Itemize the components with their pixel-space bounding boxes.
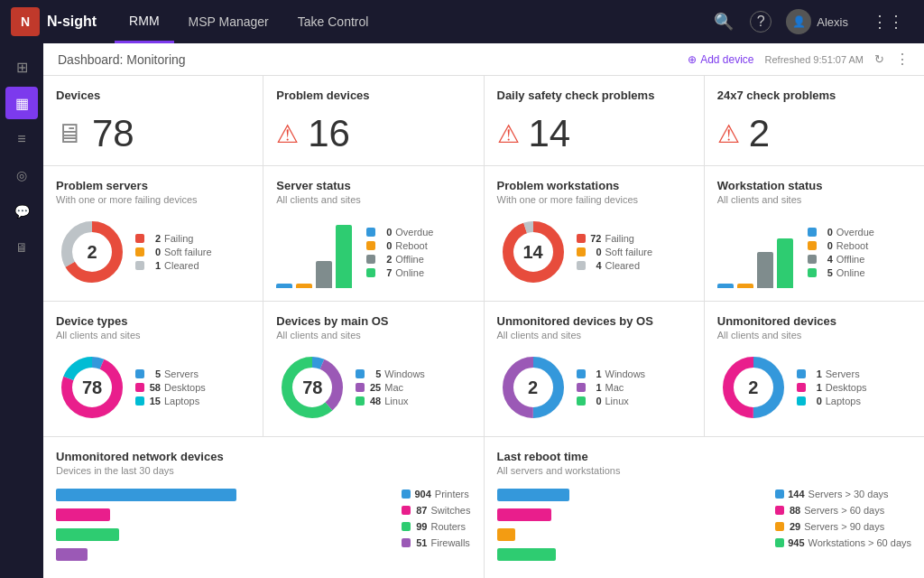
- daily-safety-value: 14: [529, 115, 571, 153]
- main-content: Dashboard: Monitoring ⊕ Add device Refre…: [43, 43, 924, 578]
- legend-color: [402, 538, 411, 547]
- problem-devices-card: Problem devices ⚠ 16: [263, 76, 483, 165]
- alert-icon-problem: ⚠: [276, 119, 299, 149]
- legend-count: 0: [148, 247, 161, 257]
- sidebar-item-dashboard[interactable]: ▦: [5, 87, 38, 119]
- legend-item: 904 Printers: [402, 489, 470, 499]
- legend-count: 1: [809, 382, 822, 393]
- legend-count: 87: [414, 505, 427, 516]
- legend-label: Desktops: [164, 382, 206, 393]
- legend-count: 5: [148, 368, 161, 379]
- legend-color: [135, 396, 144, 406]
- bar-col: [316, 261, 332, 288]
- sidebar-item-monitor[interactable]: 🖥: [5, 231, 38, 264]
- devices-card: Devices 🖥 78: [43, 76, 263, 165]
- legend-count: 25: [368, 382, 381, 393]
- legend-color: [366, 228, 375, 237]
- devices-icon: 🖥: [56, 118, 83, 149]
- legend-color: [135, 234, 144, 243]
- bar-row: [497, 528, 765, 545]
- last-reboot-chart-area: 144 Servers > 30 days 88 Servers > 60 da…: [497, 489, 912, 568]
- sidebar-item-network[interactable]: ◎: [5, 159, 38, 191]
- legend-label: Soft failure: [164, 247, 212, 257]
- legend-count: 0: [379, 240, 392, 251]
- sidebar-item-chat[interactable]: 💬: [5, 195, 38, 228]
- unmonitored-network-title: Unmonitored network devices: [56, 450, 471, 463]
- avatar: 👤: [786, 9, 811, 34]
- legend-color: [577, 396, 586, 406]
- device-types-legend: 5 Servers 58 Desktops 15 Laptops: [135, 368, 250, 406]
- legend-label: Desktops: [826, 382, 867, 393]
- unmonitored-devices-subtitle: All clients and sites: [717, 330, 911, 340]
- device-types-card: Device types All clients and sites: [43, 302, 263, 436]
- legend-count: 2: [148, 233, 161, 244]
- nav-link-rmm[interactable]: RMM: [115, 0, 173, 43]
- legend-color: [356, 383, 365, 392]
- refresh-icon[interactable]: ↻: [874, 52, 884, 66]
- legend-count: 0: [379, 227, 392, 238]
- unmonitored-devices-legend: 1 Servers 1 Desktops 0 Laptops: [797, 368, 911, 406]
- help-icon[interactable]: ?: [750, 11, 772, 33]
- add-device-button[interactable]: ⊕ Add device: [688, 53, 753, 66]
- legend-item: 1 Windows: [577, 368, 691, 379]
- nav-link-takecontrol[interactable]: Take Control: [283, 0, 383, 43]
- legend-item: 5 Windows: [356, 368, 470, 379]
- bar-col: [717, 284, 734, 288]
- grid-icon[interactable]: ⋮⋮: [863, 12, 913, 32]
- dashboard-actions: ⊕ Add device Refreshed 9:51:07 AM ↻ ⋮: [688, 51, 910, 68]
- legend-color: [775, 522, 784, 531]
- legend-count: 15: [148, 396, 161, 406]
- last-reboot-legend: 144 Servers > 30 days 88 Servers > 60 da…: [775, 489, 911, 568]
- legend-count: 4: [820, 254, 833, 265]
- more-options-icon[interactable]: ⋮: [895, 51, 910, 68]
- problem-servers-center: 2: [87, 242, 97, 263]
- legend-color: [356, 396, 365, 406]
- user-menu[interactable]: 👤 Alexis: [779, 9, 855, 34]
- legend-item: 25 Mac: [356, 382, 470, 393]
- unmonitored-by-os-center: 2: [528, 378, 538, 398]
- bar-online: [777, 238, 793, 288]
- legend-label: Servers > 90 days: [804, 521, 884, 532]
- legend-color: [366, 241, 375, 250]
- server-status-card: Server status All clients and sites: [263, 166, 483, 301]
- bar-firewalls: [56, 548, 88, 561]
- legend-item: 1 Desktops: [797, 382, 911, 393]
- legend-count: 0: [589, 396, 602, 406]
- nav-link-msp[interactable]: MSP Manager: [174, 0, 283, 43]
- bar-col: [336, 225, 352, 288]
- bar-routers: [56, 528, 119, 541]
- legend-color: [366, 268, 375, 277]
- unmonitored-by-os-legend: 1 Windows 1 Mac 0 Linux: [577, 368, 691, 406]
- legend-item: 0 Linux: [577, 396, 691, 406]
- search-icon[interactable]: 🔍: [705, 12, 743, 32]
- unmonitored-devices-title: Unmonitored devices: [717, 314, 911, 328]
- legend-label: Linux: [605, 396, 629, 406]
- legend-item: 4 Offline: [808, 254, 911, 265]
- bar-ws60days: [497, 548, 556, 561]
- username: Alexis: [817, 15, 848, 29]
- devices-by-os-center: 78: [302, 378, 322, 398]
- legend-item: 0 Overdue: [808, 227, 911, 238]
- legend-label: Servers: [164, 368, 199, 379]
- legend-count: 51: [414, 537, 427, 548]
- last-reboot-card: Last reboot time All servers and worksta…: [485, 437, 925, 578]
- legend-label: Servers > 30 days: [808, 489, 889, 499]
- server-status-bars: [276, 216, 352, 288]
- bar-row: [56, 548, 391, 564]
- unmonitored-by-os-card: Unmonitored devices by OS All clients an…: [485, 302, 704, 436]
- bar-col: [777, 238, 793, 288]
- legend-count: 0: [820, 227, 833, 238]
- sidebar-item-list[interactable]: ≡: [5, 123, 38, 155]
- unmonitored-devices-donut: 2: [717, 351, 790, 424]
- legend-color: [775, 538, 784, 547]
- unmonitored-network-subtitle: Devices in the last 30 days: [56, 465, 471, 476]
- bar-printers: [56, 489, 236, 501]
- legend-color: [775, 489, 784, 499]
- device-types-chart: 78 5 Servers 58 Desktops: [56, 351, 250, 424]
- legend-count: 5: [820, 267, 833, 278]
- sidebar-item-layers[interactable]: ⊞: [5, 51, 38, 83]
- legend-count: 1: [809, 368, 822, 379]
- bar-reboot: [296, 284, 312, 288]
- legend-count: 0: [809, 396, 822, 406]
- bar-offline: [757, 252, 773, 288]
